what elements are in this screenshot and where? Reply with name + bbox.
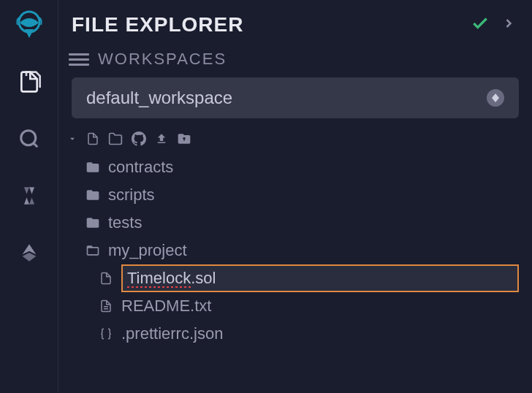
- workspace-selector[interactable]: default_workspace: [72, 77, 519, 118]
- spellcheck-underline: [127, 286, 193, 288]
- tree-file-readme[interactable]: README.txt: [72, 292, 519, 320]
- tree-folder-myproject[interactable]: my_project: [72, 237, 519, 264]
- svg-line-2: [33, 143, 37, 147]
- workspaces-label: WORKSPACES: [98, 50, 227, 69]
- check-icon[interactable]: [471, 14, 490, 36]
- folder-icon: [85, 159, 101, 175]
- upload-icon[interactable]: [155, 132, 168, 145]
- github-icon[interactable]: [132, 131, 146, 146]
- file-rename-input-wrapper: [121, 264, 519, 292]
- remix-logo[interactable]: [12, 7, 47, 42]
- selector-updown-icon: [487, 89, 504, 107]
- tree-folder-scripts[interactable]: scripts: [72, 181, 519, 209]
- new-folder-icon[interactable]: [108, 131, 123, 146]
- new-file-icon[interactable]: [86, 132, 99, 145]
- tree-folder-contracts[interactable]: contracts: [72, 153, 519, 181]
- panel-title: FILE EXPLORER: [72, 13, 243, 37]
- folder-icon: [85, 215, 101, 231]
- chevron-right-icon[interactable]: [501, 16, 516, 34]
- file-icon: [98, 270, 114, 286]
- tree-file-prettierrc[interactable]: .prettierrc.json: [72, 320, 519, 348]
- panel-header-actions: [471, 14, 516, 36]
- folder-open-icon: [85, 243, 101, 259]
- tree-item-label: contracts: [108, 158, 173, 177]
- file-explorer-panel: FILE EXPLORER WORKSPACES default_workspa…: [58, 0, 532, 393]
- icon-sidebar: [0, 0, 58, 393]
- json-braces-icon: [98, 326, 114, 342]
- tree-toolbar: [58, 129, 532, 153]
- file-text-icon: [98, 298, 114, 314]
- tree-item-label: my_project: [108, 241, 187, 260]
- tree-item-label: .prettierrc.json: [121, 324, 223, 343]
- collapse-tree-icon[interactable]: [67, 134, 77, 144]
- search-tab-icon[interactable]: [12, 121, 47, 156]
- file-rename-input[interactable]: [127, 269, 513, 288]
- workspaces-menu-icon[interactable]: [69, 53, 89, 66]
- upload-folder-icon[interactable]: [177, 131, 191, 146]
- tree-item-label: README.txt: [121, 297, 211, 316]
- tree-folder-tests[interactable]: tests: [72, 209, 519, 237]
- panel-header: FILE EXPLORER: [58, 0, 532, 44]
- deploy-tab-icon[interactable]: [12, 235, 47, 270]
- tree-item-label: tests: [108, 213, 142, 232]
- file-tree: contracts scripts tests my_project: [58, 153, 532, 348]
- tree-file-editing[interactable]: [72, 264, 519, 292]
- workspace-selected-name: default_workspace: [86, 88, 232, 108]
- file-explorer-tab-icon[interactable]: [12, 64, 47, 99]
- svg-point-1: [20, 131, 35, 145]
- tree-item-label: scripts: [108, 186, 155, 205]
- solidity-compiler-tab-icon[interactable]: [12, 178, 47, 213]
- folder-icon: [85, 187, 101, 203]
- workspaces-header: WORKSPACES: [58, 44, 532, 77]
